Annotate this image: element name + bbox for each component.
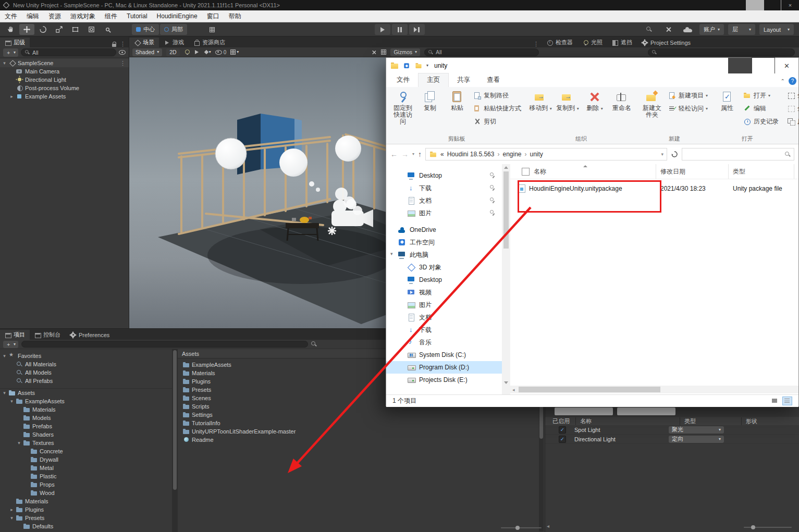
scale-tool-button[interactable] <box>52 24 67 35</box>
invert-selection-button[interactable]: 反向选择 <box>784 115 799 128</box>
asset-item[interactable]: TutorialInfo <box>183 419 545 427</box>
sidebar-scrollbar[interactable] <box>502 164 510 394</box>
project-tree-item[interactable]: Props <box>0 480 172 489</box>
menu-item[interactable]: 组件 <box>100 10 122 22</box>
grid-dropdown[interactable]: ▾ <box>230 50 239 55</box>
rect-tool-button[interactable] <box>68 24 83 35</box>
project-tree-item[interactable]: Wood <box>0 489 172 497</box>
expand-arrow[interactable] <box>9 399 14 404</box>
project-tree-item[interactable]: All Models <box>0 368 172 377</box>
scene-root-row[interactable]: ▾ SampleScene ⋮ <box>0 59 129 67</box>
expand-arrow[interactable] <box>2 390 7 395</box>
menu-item[interactable]: 资源 <box>44 10 66 22</box>
expand-arrow[interactable] <box>17 440 21 446</box>
project-tree-item[interactable]: Models <box>0 414 172 422</box>
history-button[interactable]: 历史记录 <box>741 115 781 128</box>
column-header-date[interactable]: 修改日期 <box>656 164 729 179</box>
project-tree-item[interactable]: Prefabs <box>0 422 172 430</box>
pin-to-quick-access-button[interactable]: 固定到快速访问 <box>389 89 416 125</box>
hierarchy-item[interactable]: Post-process Volume <box>0 84 129 92</box>
sidebar-item[interactable]: 文档 <box>386 311 502 324</box>
scene-view-tab[interactable]: 场景 <box>129 38 159 47</box>
pivot-toggle-button[interactable]: 中心 <box>132 24 159 35</box>
asset-zoom-slider[interactable] <box>501 527 542 528</box>
easy-access-button[interactable]: 轻松访问▾ <box>666 102 710 115</box>
copy-to-button[interactable]: 复制到 ▾ <box>554 89 581 112</box>
light-type-dropdown[interactable]: 聚光▾ <box>669 426 724 434</box>
delete-button[interactable]: 删除 ▾ <box>581 89 608 112</box>
project-tree-item[interactable]: Materials <box>0 405 172 414</box>
project-tree-item[interactable]: Favorites <box>0 352 172 360</box>
asset-item[interactable]: UnityURPToonLitShaderExample-master <box>183 427 545 436</box>
collapse-ribbon-button[interactable]: ⌃ <box>781 78 785 84</box>
minimize-button[interactable] <box>746 0 764 10</box>
maximize-button[interactable] <box>764 0 781 10</box>
cloud-button[interactable] <box>680 24 695 35</box>
project-tree-item[interactable]: Plugins <box>0 505 172 514</box>
project-tree-item[interactable]: All Prefabs <box>0 377 172 385</box>
properties-button[interactable]: 属性 <box>714 89 741 112</box>
sidebar-item[interactable]: Projects Disk (E:) <box>386 374 502 386</box>
layers-dropdown[interactable]: 层▾ <box>728 24 755 35</box>
sidebar-quick-item[interactable]: Desktop <box>386 169 502 182</box>
project-tab[interactable]: 项目 <box>0 330 30 340</box>
scene-lighting-toggle-icon[interactable] <box>184 49 191 55</box>
scene-audio-toggle-icon[interactable] <box>195 50 201 54</box>
breadcrumb-part[interactable]: unity <box>530 151 543 158</box>
sidebar-item[interactable]: 3D 对象 <box>386 261 502 274</box>
inspector-tab[interactable]: 遮挡 <box>607 38 637 47</box>
expand-arrow[interactable]: ▾ <box>2 60 7 66</box>
ribbon-tab[interactable]: 共享 <box>449 73 478 87</box>
inspector-tab[interactable]: Project Settings <box>637 38 695 47</box>
project-tree-item[interactable]: Plastic <box>0 472 172 480</box>
project-tree-item[interactable]: Presets <box>0 514 172 522</box>
project-tree-item[interactable]: Concrete <box>0 447 172 455</box>
quick-access-newfolder-icon[interactable] <box>415 63 422 69</box>
light-row[interactable]: ✓ Directional Light 定向▾ <box>545 435 799 444</box>
help-icon[interactable]: ? <box>789 77 796 85</box>
new-folder-button[interactable]: 新建文件夹 <box>638 89 666 118</box>
scroll-left-arrow[interactable]: ◂ <box>510 387 515 392</box>
sidebar-quick-item[interactable]: 文档 <box>386 194 502 207</box>
ribbon-tab[interactable]: 查看 <box>478 73 508 87</box>
panel-menu-button[interactable]: ⋮ <box>120 41 126 47</box>
services-button[interactable] <box>661 24 676 35</box>
up-button[interactable]: ↑ <box>418 150 422 158</box>
asset-item[interactable]: Settings <box>183 411 545 419</box>
address-dropdown-icon[interactable]: ▾ <box>661 152 663 157</box>
sidebar-quick-item[interactable]: 图片 <box>386 207 502 219</box>
create-asset-button[interactable]: ＋▾ <box>3 341 18 348</box>
light-filter-button[interactable] <box>555 407 613 415</box>
maximize-button[interactable] <box>752 58 775 73</box>
column-header-type[interactable]: 类型 <box>729 164 794 179</box>
project-search-input[interactable] <box>21 341 308 348</box>
hierarchy-item[interactable]: Example Assets <box>0 92 129 101</box>
sidebar-quick-item[interactable]: 下载 <box>386 182 502 194</box>
add-object-button[interactable]: ＋▾ <box>3 48 18 57</box>
refresh-icon[interactable] <box>671 151 678 158</box>
hierarchy-search-input[interactable]: All <box>21 48 116 56</box>
space-toggle-button[interactable]: 局部 <box>160 24 187 35</box>
scene-view-tab[interactable]: 资源商店 <box>189 38 230 47</box>
grid-snap-button[interactable] <box>204 24 219 35</box>
ribbon-tab[interactable]: 主页 <box>418 73 449 87</box>
project-tree-item[interactable]: Drywall <box>0 455 172 464</box>
enabled-checkbox[interactable]: ✓ <box>559 426 566 434</box>
overlay-grid-icon[interactable] <box>381 50 386 55</box>
sidebar-group-item[interactable]: 工作空间 <box>386 236 502 249</box>
move-to-button[interactable]: 移动到 ▾ <box>527 89 554 112</box>
asset-item[interactable]: Readme <box>183 436 545 444</box>
scene-search-input[interactable]: All <box>424 48 539 56</box>
sidebar-item[interactable]: System Disk (C:) <box>386 349 502 361</box>
project-tree-item[interactable]: Assets <box>0 388 172 397</box>
sidebar-item[interactable]: 音乐 <box>386 336 502 349</box>
forward-button[interactable]: → <box>401 150 409 158</box>
play-button[interactable] <box>375 24 390 35</box>
step-button[interactable] <box>409 24 425 35</box>
project-tree-item[interactable]: Textures <box>0 439 172 447</box>
light-type-dropdown[interactable]: 定向▾ <box>669 436 724 443</box>
effects-dropdown[interactable]: ▾ <box>205 50 211 54</box>
sidebar-item[interactable]: 下载 <box>386 324 502 336</box>
ribbon-tab[interactable]: 文件 <box>388 73 418 87</box>
custom-tool-button[interactable] <box>100 24 115 35</box>
